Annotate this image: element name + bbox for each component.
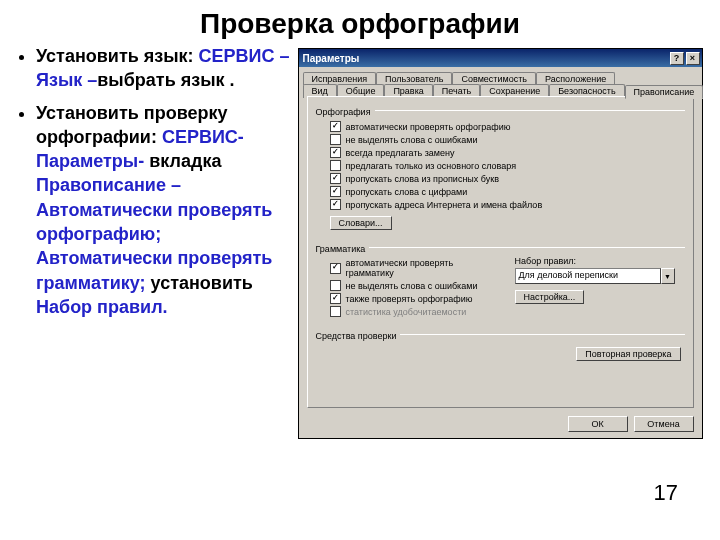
chk-suggest[interactable] [330,147,341,158]
lbl-main-dict: предлагать только из основного словаря [346,161,517,171]
recheck-button[interactable]: Повторная проверка [576,347,680,361]
ok-button[interactable]: ОК [568,416,628,432]
chk-skip-urls[interactable] [330,199,341,210]
bullet-2: Установить проверку орфографии: СЕРВИС-П… [36,101,292,320]
grammar-settings-button[interactable]: Настройка... [515,290,585,304]
chk-auto-grammar[interactable] [330,263,341,274]
lbl-skip-upper: пропускать слова из прописных букв [346,174,500,184]
chk-skip-numbers[interactable] [330,186,341,197]
tools-group-label: Средства проверки [316,331,397,341]
chk-also-spell[interactable] [330,293,341,304]
help-button[interactable]: ? [670,52,684,65]
chk-main-dict[interactable] [330,160,341,171]
chk-auto-spell[interactable] [330,121,341,132]
options-dialog: Параметры ? × Исправления Пользователь С… [298,48,703,439]
page-number: 17 [654,480,678,506]
lbl-hide-grammar-errors: не выделять слова с ошибками [346,281,478,291]
lbl-auto-spell: автоматически проверять орфографию [346,122,511,132]
chevron-down-icon[interactable]: ▼ [661,268,675,284]
lbl-auto-grammar: автоматически проверять грамматику [346,258,495,278]
lbl-readability: статистика удобочитаемости [346,307,467,317]
dialog-title: Параметры [303,53,360,64]
grammar-group-label: Грамматика [316,244,366,254]
chk-readability[interactable] [330,306,341,317]
ruleset-combo[interactable]: Для деловой переписки ▼ [515,268,675,284]
ruleset-label: Набор правил: [515,256,685,266]
chk-hide-grammar-errors[interactable] [330,280,341,291]
cancel-button[interactable]: Отмена [634,416,694,432]
lbl-hide-spell-errors: не выделять слова с ошибками [346,135,478,145]
chk-hide-spell-errors[interactable] [330,134,341,145]
tab-spelling[interactable]: Правописание [625,85,704,99]
close-button[interactable]: × [686,52,700,65]
ruleset-value: Для деловой переписки [515,268,661,284]
lbl-skip-urls: пропускать адреса Интернета и имена файл… [346,200,543,210]
lbl-skip-numbers: пропускать слова с цифрами [346,187,468,197]
bullet-1: Установить язык: СЕРВИС – Язык –выбрать … [36,44,292,93]
bullet-list: Установить язык: СЕРВИС – Язык –выбрать … [12,44,292,439]
spelling-group-label: Орфография [316,107,371,117]
slide-title: Проверка орфографии [0,0,720,44]
lbl-also-spell: также проверять орфографию [346,294,473,304]
lbl-suggest: всегда предлагать замену [346,148,455,158]
dialog-titlebar[interactable]: Параметры ? × [299,49,702,67]
dictionaries-button[interactable]: Словари... [330,216,392,230]
tab-row-2: Вид Общие Правка Печать Сохранение Безоп… [303,83,698,97]
tab-panel: Орфография автоматически проверять орфог… [307,96,694,408]
chk-skip-upper[interactable] [330,173,341,184]
